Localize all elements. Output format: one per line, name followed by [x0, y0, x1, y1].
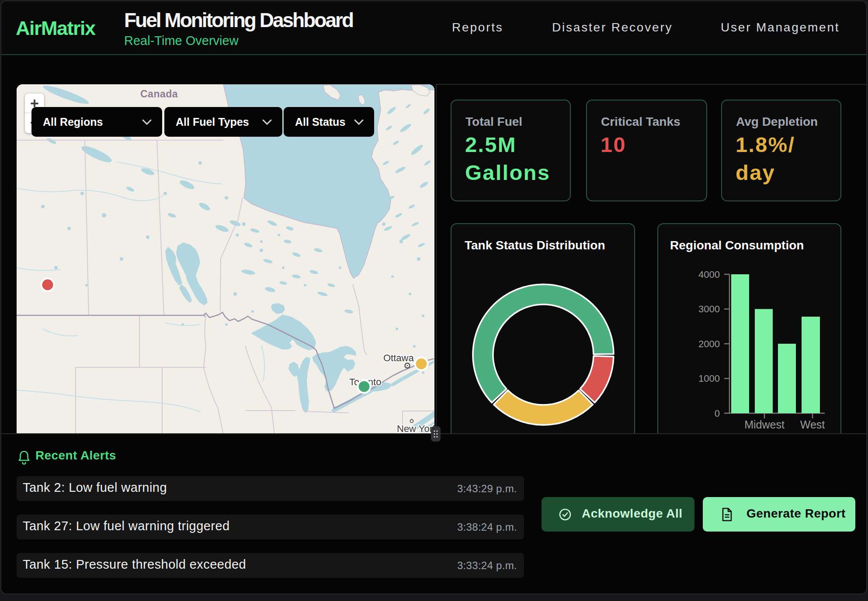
- svg-text:3000: 3000: [698, 304, 720, 314]
- svg-text:Ottawa: Ottawa: [383, 352, 414, 363]
- svg-text:Canada: Canada: [140, 88, 178, 100]
- svg-text:2000: 2000: [698, 338, 720, 349]
- svg-text:West: West: [800, 418, 825, 431]
- svg-text:New York: New York: [397, 423, 434, 434]
- svg-text:4000: 4000: [698, 269, 720, 280]
- svg-text:Midwest: Midwest: [744, 418, 785, 431]
- svg-text:1000: 1000: [698, 373, 720, 384]
- svg-text:0: 0: [715, 408, 720, 419]
